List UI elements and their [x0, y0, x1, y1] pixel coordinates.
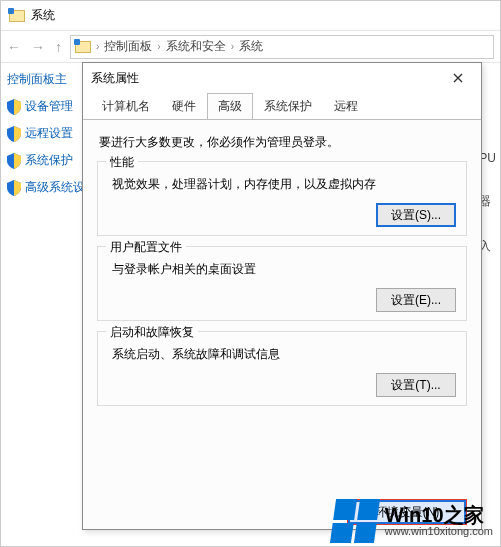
button-label: 设置(E)... — [391, 292, 441, 309]
sidebar-item-advanced[interactable]: 高级系统设 — [7, 179, 80, 196]
settings-performance-button[interactable]: 设置(S)... — [376, 203, 456, 227]
system-icon — [9, 10, 25, 22]
crumb-3[interactable]: 系统 — [239, 38, 263, 55]
watermark: Win10之家 www.win10xitong.com — [333, 499, 493, 543]
dialog-title: 系统属性 — [91, 70, 139, 87]
watermark-url: www.win10xitong.com — [385, 526, 493, 538]
settings-startup-button[interactable]: 设置(T)... — [376, 373, 456, 397]
close-icon — [453, 73, 463, 83]
sidebar: 控制面板主 设备管理 远程设置 系统保护 高级系统设 — [1, 63, 86, 214]
button-label: 设置(T)... — [391, 377, 440, 394]
titlebar: 系统 — [1, 1, 500, 31]
settings-userprofile-button[interactable]: 设置(E)... — [376, 288, 456, 312]
chevron-right-icon: › — [94, 41, 101, 52]
watermark-title: Win10之家 — [385, 505, 493, 526]
nav-arrows: ← → ↑ — [7, 39, 62, 55]
chevron-right-icon: › — [155, 41, 162, 52]
dialog-body: 要进行大多数更改，你必须作为管理员登录。 性能 视觉效果，处理器计划，内存使用，… — [83, 119, 481, 529]
tab-remote[interactable]: 远程 — [323, 93, 369, 120]
group-desc: 视觉效果，处理器计划，内存使用，以及虚拟内存 — [112, 176, 456, 193]
breadcrumb[interactable]: › 控制面板 › 系统和安全 › 系统 — [70, 35, 494, 59]
tab-strip: 计算机名 硬件 高级 系统保护 远程 — [83, 93, 481, 119]
group-desc: 与登录帐户相关的桌面设置 — [112, 261, 456, 278]
forward-arrow-icon[interactable]: → — [31, 39, 45, 55]
group-title: 启动和故障恢复 — [106, 324, 198, 341]
window-title: 系统 — [31, 7, 55, 24]
group-desc: 系统启动、系统故障和调试信息 — [112, 346, 456, 363]
sidebar-item-label: 远程设置 — [25, 125, 73, 142]
shield-icon — [7, 153, 21, 169]
folder-icon — [75, 41, 91, 53]
sidebar-item-protection[interactable]: 系统保护 — [7, 152, 80, 169]
crumb-1[interactable]: 控制面板 — [104, 38, 152, 55]
tab-label: 硬件 — [172, 99, 196, 113]
group-startup: 启动和故障恢复 系统启动、系统故障和调试信息 设置(T)... — [97, 331, 467, 406]
back-arrow-icon[interactable]: ← — [7, 39, 21, 55]
tab-label: 系统保护 — [264, 99, 312, 113]
sidebar-item-label: 系统保护 — [25, 152, 73, 169]
close-button[interactable] — [443, 67, 473, 89]
system-properties-dialog: 系统属性 计算机名 硬件 高级 系统保护 远程 要进行大多数更改，你必须作为管理… — [82, 62, 482, 530]
dialog-titlebar: 系统属性 — [83, 63, 481, 93]
group-title: 性能 — [106, 154, 138, 171]
chevron-right-icon: › — [229, 41, 236, 52]
sidebar-item-device-manager[interactable]: 设备管理 — [7, 98, 80, 115]
group-performance: 性能 视觉效果，处理器计划，内存使用，以及虚拟内存 设置(S)... — [97, 161, 467, 236]
shield-icon — [7, 99, 21, 115]
shield-icon — [7, 126, 21, 142]
up-arrow-icon[interactable]: ↑ — [55, 39, 62, 55]
tab-label: 远程 — [334, 99, 358, 113]
sidebar-item-label: 高级系统设 — [25, 179, 85, 196]
tab-label: 计算机名 — [102, 99, 150, 113]
tab-advanced[interactable]: 高级 — [207, 93, 253, 120]
tab-protection[interactable]: 系统保护 — [253, 93, 323, 120]
address-bar-row: ← → ↑ › 控制面板 › 系统和安全 › 系统 — [1, 31, 500, 63]
windows-logo-icon — [330, 499, 380, 543]
crumb-2[interactable]: 系统和安全 — [166, 38, 226, 55]
tab-label: 高级 — [218, 99, 242, 113]
sidebar-heading: 控制面板主 — [7, 71, 80, 88]
sidebar-item-label: 设备管理 — [25, 98, 73, 115]
tab-computername[interactable]: 计算机名 — [91, 93, 161, 120]
tab-hardware[interactable]: 硬件 — [161, 93, 207, 120]
sidebar-item-remote[interactable]: 远程设置 — [7, 125, 80, 142]
admin-note: 要进行大多数更改，你必须作为管理员登录。 — [99, 134, 467, 151]
button-label: 设置(S)... — [391, 207, 441, 224]
shield-icon — [7, 180, 21, 196]
group-userprofile: 用户配置文件 与登录帐户相关的桌面设置 设置(E)... — [97, 246, 467, 321]
group-title: 用户配置文件 — [106, 239, 186, 256]
